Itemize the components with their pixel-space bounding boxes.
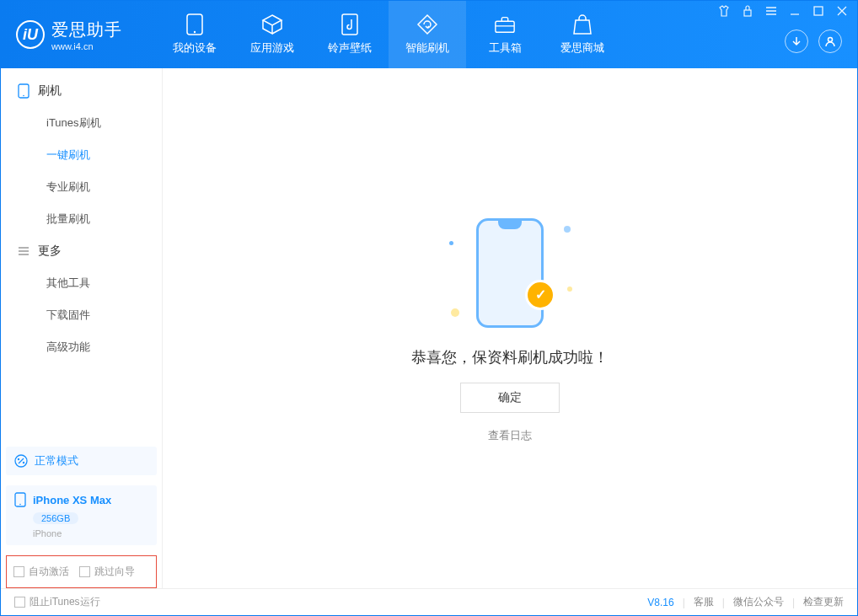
mode-label: 正常模式 [35,453,78,469]
nav-label: 我的设备 [173,40,217,56]
menu-icon[interactable] [764,4,778,18]
svg-rect-4 [744,10,751,16]
phone-icon [14,492,26,507]
checkbox-icon [14,597,25,608]
nav-toolbox[interactable]: 工具箱 [466,1,544,68]
lock-icon[interactable] [741,4,754,18]
close-icon[interactable] [835,4,849,18]
nav-ringtones-wallpapers[interactable]: 铃声壁纸 [311,1,389,68]
nav-label: 应用游戏 [250,40,294,56]
app-window: iU 爱思助手 www.i4.cn 我的设备 应用游戏 铃声壁纸 智能刷机 [0,0,858,616]
statusbar: 阻止iTunes运行 V8.16 | 客服 | 微信公众号 | 检查更新 [1,588,857,615]
bag-icon [571,13,593,35]
refresh-icon [416,13,438,35]
nav-label: 铃声壁纸 [328,40,372,56]
nav-smart-flash[interactable]: 智能刷机 [389,1,466,68]
app-name: 爱思助手 [51,19,122,41]
storage-badge: 256GB [33,512,78,524]
device-type: iPhone [33,528,148,538]
checkmark-icon: ✓ [525,280,555,310]
version-label: V8.16 [647,597,673,608]
sidebar-item-download-firmware[interactable]: 下载固件 [1,299,162,331]
group-title: 刷机 [38,83,62,99]
sidebar-group-flash: 刷机 [1,75,162,107]
nav-label: 智能刷机 [405,40,449,56]
svg-point-10 [18,458,19,460]
sidebar-item-batch-flash[interactable]: 批量刷机 [1,203,162,235]
maximize-icon[interactable] [812,4,825,18]
svg-point-1 [194,31,196,33]
sidebar-item-oneclick-flash[interactable]: 一键刷机 [1,139,162,171]
link-support[interactable]: 客服 [694,595,714,609]
app-url: www.i4.cn [51,41,122,51]
checkbox-skip-guide[interactable]: 跳过向导 [79,565,135,579]
nav-label: 工具箱 [489,40,522,56]
link-check-update[interactable]: 检查更新 [803,595,844,609]
link-wechat[interactable]: 微信公众号 [733,595,784,609]
nav-my-device[interactable]: 我的设备 [156,1,233,68]
cube-icon [261,13,283,35]
nav-store[interactable]: 爱思商城 [544,1,621,68]
phone-icon [18,83,29,99]
checkbox-auto-activate[interactable]: 自动激活 [13,565,69,579]
titlebar: iU 爱思助手 www.i4.cn 我的设备 应用游戏 铃声壁纸 智能刷机 [1,1,857,68]
nav-apps-games[interactable]: 应用游戏 [233,1,311,68]
checkbox-label: 跳过向导 [94,565,135,579]
device-name: iPhone XS Max [33,494,111,506]
nav-label: 爱思商城 [560,40,604,56]
titlebar-actions [785,29,842,53]
logo-icon: iU [16,20,45,49]
svg-point-6 [829,38,833,42]
sidebar-item-other-tools[interactable]: 其他工具 [1,267,162,299]
music-icon [339,13,361,35]
window-controls [717,4,849,18]
success-illustration: ✓ [426,214,594,332]
phone-illustration-icon [476,218,544,328]
main-content: ✓ 恭喜您，保资料刷机成功啦！ 确定 查看日志 [163,68,857,588]
top-nav: 我的设备 应用游戏 铃声壁纸 智能刷机 工具箱 爱思商城 [156,1,621,68]
view-log-link[interactable]: 查看日志 [488,428,532,443]
sidebar-item-itunes-flash[interactable]: iTunes刷机 [1,107,162,139]
download-button[interactable] [785,29,808,53]
checkbox-label: 阻止iTunes运行 [29,595,100,609]
svg-rect-5 [814,7,823,15]
sidebar: 刷机 iTunes刷机 一键刷机 专业刷机 批量刷机 更多 其他工具 下载固件 … [1,68,163,588]
svg-point-8 [23,95,24,97]
sidebar-item-pro-flash[interactable]: 专业刷机 [1,171,162,203]
sidebar-group-more: 更多 [1,235,162,267]
shirt-icon[interactable] [717,4,731,18]
svg-rect-3 [496,21,514,32]
checkbox-label: 自动激活 [29,565,69,579]
svg-point-11 [23,462,24,463]
svg-rect-2 [342,14,357,35]
minimize-icon[interactable] [788,4,802,18]
mode-icon [14,454,28,468]
device-panel[interactable]: iPhone XS Max 256GB iPhone [6,485,157,545]
app-logo: iU 爱思助手 www.i4.cn [16,19,122,51]
body: 刷机 iTunes刷机 一键刷机 专业刷机 批量刷机 更多 其他工具 下载固件 … [1,68,857,588]
confirm-button[interactable]: 确定 [460,383,560,413]
device-icon [184,13,206,35]
group-title: 更多 [38,244,62,259]
list-icon [18,246,29,256]
sidebar-item-advanced[interactable]: 高级功能 [1,331,162,363]
toolbox-icon [494,13,516,35]
success-message: 恭喜您，保资料刷机成功啦！ [411,347,609,367]
checkbox-icon [13,566,24,577]
account-button[interactable] [818,29,842,53]
svg-point-13 [19,504,21,506]
checkbox-block-itunes[interactable]: 阻止iTunes运行 [14,595,100,609]
checkbox-icon [79,566,90,577]
highlighted-options: 自动激活 跳过向导 [6,555,157,588]
mode-panel[interactable]: 正常模式 [6,447,157,475]
